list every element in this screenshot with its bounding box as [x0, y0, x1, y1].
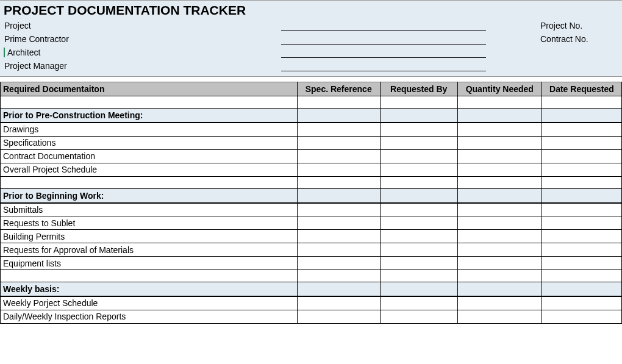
input-line-pm[interactable]: [281, 60, 486, 71]
input-line-contractor[interactable]: [281, 34, 486, 45]
col-date-requested: Date Requested: [542, 82, 621, 96]
col-spec: Spec. Reference: [297, 82, 380, 96]
label-project-no: Project No.: [538, 21, 582, 30]
section-title: Prior to Pre-Construction Meeting:: [1, 109, 298, 123]
label-contract-no: Contract No.: [538, 34, 588, 44]
table-row: Specifications: [1, 136, 622, 149]
doc-name: Requests for Approval of Materials: [1, 243, 298, 257]
col-requested-by: Requested By: [380, 82, 457, 96]
header-row-contractor: Prime Contractor Contract No.: [4, 32, 618, 46]
doc-name: Equipment lists: [1, 257, 298, 270]
table-row: Daily/Weekly Inspection Reports: [1, 310, 622, 323]
header-row-architect: Architect: [4, 46, 618, 59]
doc-name: Submittals: [1, 203, 298, 216]
label-architect: Architect: [4, 48, 281, 57]
column-header-row: Required Documentaiton Spec. Reference R…: [1, 82, 622, 96]
header-area: PROJECT DOCUMENTATION TRACKER Project Pr…: [0, 0, 622, 77]
table-row: Submittals: [1, 203, 622, 216]
page-title: PROJECT DOCUMENTATION TRACKER: [4, 3, 618, 18]
doc-name: Requests to Sublet: [1, 216, 298, 230]
label-project-manager: Project Manager: [4, 61, 281, 71]
table-row: Building Permits: [1, 230, 622, 243]
section-header: Prior to Beginning Work:: [1, 188, 622, 203]
header-row-project: Project Project No.: [4, 19, 618, 32]
table-row: Requests for Approval of Materials: [1, 243, 622, 257]
table-row: Overall Project Schedule: [1, 163, 622, 176]
section-header: Prior to Pre-Construction Meeting:: [1, 109, 622, 123]
doc-name: Contract Documentation: [1, 149, 298, 163]
doc-name: Weekly Porject Schedule: [1, 296, 298, 310]
blank-row: [1, 270, 622, 282]
section-header: Weekly basis:: [1, 282, 622, 297]
section-title: Weekly basis:: [1, 282, 298, 297]
blank-row: [1, 96, 622, 109]
table-row: Drawings: [1, 123, 622, 136]
table-row: Requests to Sublet: [1, 216, 622, 230]
col-quantity: Quantity Needed: [457, 82, 542, 96]
doc-name: Building Permits: [1, 230, 298, 243]
input-line-architect[interactable]: [281, 47, 486, 58]
documentation-table: Required Documentaiton Spec. Reference R…: [0, 82, 622, 324]
label-project: Project: [4, 21, 281, 30]
doc-name: Specifications: [1, 136, 298, 149]
table-row: Contract Documentation: [1, 149, 622, 163]
input-line-project[interactable]: [281, 20, 486, 31]
doc-name: Overall Project Schedule: [1, 163, 298, 176]
blank-row: [1, 176, 622, 188]
table-row: Weekly Porject Schedule: [1, 296, 622, 310]
doc-name: Daily/Weekly Inspection Reports: [1, 310, 298, 323]
label-prime-contractor: Prime Contractor: [4, 34, 281, 44]
table-row: Equipment lists: [1, 257, 622, 270]
section-title: Prior to Beginning Work:: [1, 188, 298, 203]
doc-name: Drawings: [1, 123, 298, 136]
col-documentation: Required Documentaiton: [1, 82, 298, 96]
header-row-pm: Project Manager: [4, 59, 618, 73]
